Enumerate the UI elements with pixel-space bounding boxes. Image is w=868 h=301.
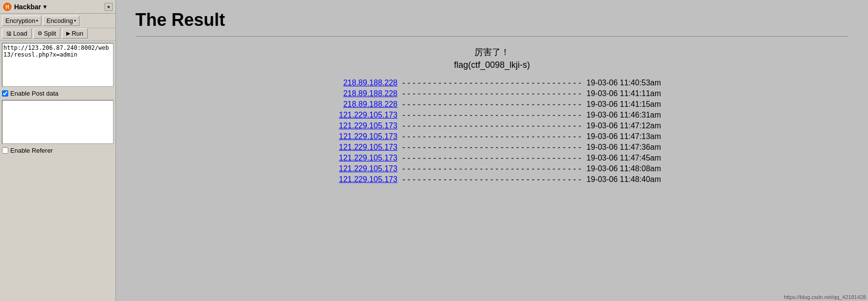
flag-area: 厉害了！ flag(ctf_0098_lkji-s) — [135, 46, 849, 70]
log-ip-link[interactable]: 121.229.105.173 — [310, 164, 397, 173]
hackbar-logo-icon: H — [3, 2, 12, 11]
split-label: Split — [44, 30, 56, 37]
toolbar-row: Encryption ▾ Encoding ▾ — [0, 14, 115, 28]
encoding-arrow-icon: ▾ — [74, 19, 76, 23]
log-dashes: ----------------------------------- — [401, 100, 583, 109]
page-title: The Result — [135, 10, 849, 30]
log-entry: 121.229.105.173 ------------------------… — [135, 175, 849, 184]
load-label: Load — [13, 30, 27, 37]
log-ip-link[interactable]: 121.229.105.173 — [310, 121, 397, 130]
log-dashes: ----------------------------------- — [401, 164, 583, 173]
load-icon: 🖫 — [6, 31, 12, 37]
enable-post-checkbox[interactable] — [2, 90, 8, 97]
log-entry: 218.89.188.228 -------------------------… — [135, 100, 849, 109]
log-timestamp: 19-03-06 11:47:13am — [586, 132, 674, 141]
close-button[interactable]: × — [105, 3, 113, 11]
log-dashes: ----------------------------------- — [401, 142, 583, 152]
main-content: The Result 厉害了！ flag(ctf_0098_lkji-s) 21… — [116, 0, 868, 301]
log-timestamp: 19-03-06 11:41:15am — [586, 100, 674, 109]
enable-referer-checkbox[interactable] — [2, 147, 8, 154]
sidebar-header: H Hackbar ▾ × — [0, 0, 115, 14]
log-timestamp: 19-03-06 11:48:08am — [586, 164, 674, 173]
log-dashes: ----------------------------------- — [401, 132, 583, 141]
post-data-input[interactable] — [2, 100, 113, 144]
divider — [135, 36, 849, 37]
log-ip-link[interactable]: 218.89.188.228 — [310, 100, 397, 109]
log-timestamp: 19-03-06 11:40:53am — [586, 79, 674, 87]
enable-referer-label[interactable]: Enable Referer — [10, 147, 53, 154]
encoding-dropdown[interactable]: Encoding ▾ — [43, 16, 79, 26]
log-entry: 121.229.105.173 ------------------------… — [135, 142, 849, 152]
action-row: 🖫 Load ⚙ Split ▶ Run — [0, 28, 115, 41]
log-timestamp: 19-03-06 11:41:11am — [586, 89, 674, 98]
log-ip-link[interactable]: 121.229.105.173 — [310, 111, 397, 120]
load-button[interactable]: 🖫 Load — [2, 28, 32, 39]
log-entry: 121.229.105.173 ------------------------… — [135, 132, 849, 141]
log-dashes: ----------------------------------- — [401, 110, 583, 120]
sidebar-title: H Hackbar ▾ — [3, 2, 46, 11]
log-timestamp: 19-03-06 11:47:45am — [586, 154, 674, 162]
sidebar: H Hackbar ▾ × Encryption ▾ Encoding ▾ 🖫 … — [0, 0, 116, 301]
encryption-arrow-icon: ▾ — [36, 19, 38, 23]
log-dashes: ----------------------------------- — [401, 153, 583, 162]
log-dashes: ----------------------------------- — [401, 78, 583, 87]
log-dashes: ----------------------------------- — [401, 89, 583, 98]
enable-referer-row: Enable Referer — [0, 146, 115, 155]
log-timestamp: 19-03-06 11:47:36am — [586, 143, 674, 152]
sidebar-title-arrow[interactable]: ▾ — [43, 3, 46, 10]
log-entry: 121.229.105.173 ------------------------… — [135, 164, 849, 173]
split-button[interactable]: ⚙ Split — [33, 28, 60, 39]
log-timestamp: 19-03-06 11:48:40am — [586, 175, 674, 184]
log-dashes: ----------------------------------- — [401, 121, 583, 130]
log-entry: 218.89.188.228 -------------------------… — [135, 89, 849, 98]
flag-value: flag(ctf_0098_lkji-s) — [135, 60, 849, 70]
log-dashes: ----------------------------------- — [401, 175, 583, 184]
encryption-dropdown[interactable]: Encryption ▾ — [2, 16, 41, 26]
run-label: Run — [72, 30, 83, 37]
log-ip-link[interactable]: 121.229.105.173 — [310, 175, 397, 184]
split-icon: ⚙ — [38, 30, 42, 37]
log-ip-link[interactable]: 121.229.105.173 — [310, 154, 397, 162]
log-timestamp: 19-03-06 11:46:31am — [586, 111, 674, 120]
log-entry: 218.89.188.228 -------------------------… — [135, 78, 849, 87]
run-button[interactable]: ▶ Run — [62, 28, 88, 39]
log-timestamp: 19-03-06 11:47:12am — [586, 121, 674, 130]
encryption-label: Encryption — [5, 17, 35, 24]
run-icon: ▶ — [66, 30, 70, 37]
svg-text:H: H — [5, 4, 9, 10]
sidebar-app-title: Hackbar — [14, 3, 41, 11]
flag-praise: 厉害了！ — [135, 46, 849, 58]
log-ip-link[interactable]: 121.229.105.173 — [310, 143, 397, 152]
log-entry: 121.229.105.173 ------------------------… — [135, 121, 849, 130]
url-input[interactable]: http://123.206.87.240:8002/web13/resusl.… — [2, 43, 113, 87]
enable-post-label[interactable]: Enable Post data — [10, 90, 58, 97]
encoding-label: Encoding — [46, 17, 73, 24]
log-ip-link[interactable]: 218.89.188.228 — [310, 89, 397, 98]
log-ip-link[interactable]: 218.89.188.228 — [310, 79, 397, 87]
log-list: 218.89.188.228 -------------------------… — [135, 78, 849, 184]
watermark: https://blog.csdn.net/qq_42181428 — [784, 294, 866, 300]
log-entry: 121.229.105.173 ------------------------… — [135, 110, 849, 120]
log-entry: 121.229.105.173 ------------------------… — [135, 153, 849, 162]
enable-post-row: Enable Post data — [0, 89, 115, 98]
log-ip-link[interactable]: 121.229.105.173 — [310, 132, 397, 141]
